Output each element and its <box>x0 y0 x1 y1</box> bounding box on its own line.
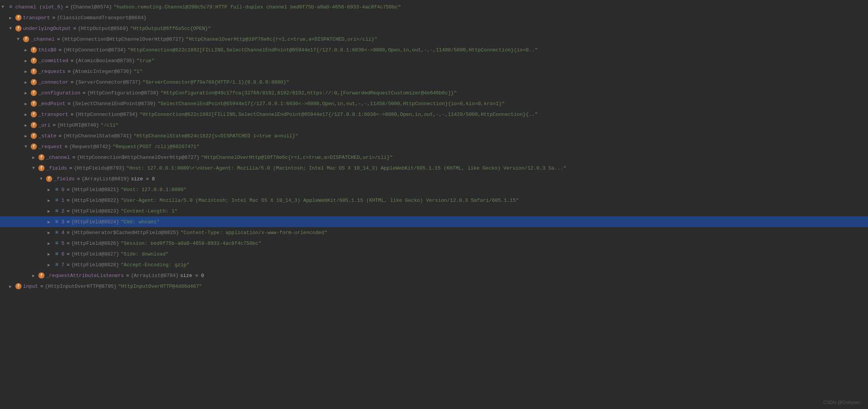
expand-arrow[interactable] <box>9 15 15 20</box>
row-item6[interactable]: 6 = {HttpField@8827} "Side: download" <box>0 249 868 259</box>
type-ref: {Channel@8574} <box>70 4 112 10</box>
equals-sign: = <box>52 15 55 21</box>
value-text: "Host: 127.0.0.1:8080" <box>120 187 186 193</box>
var-name: _fields <box>46 165 67 171</box>
value-text: "HttpChannelState@624c1822{s=DISPATCHED … <box>134 133 298 139</box>
expand-arrow[interactable] <box>25 48 31 53</box>
expand-arrow[interactable] <box>48 209 54 214</box>
type-ref: {HttpChannelState@8741} <box>63 133 132 139</box>
expand-arrow[interactable] <box>25 134 31 139</box>
row-fields[interactable]: f_fields = {HttpFields@8793} "Host: 127.… <box>0 163 868 173</box>
type-ref: {HttpField@8824} <box>71 219 119 225</box>
equals-sign: = <box>71 79 74 85</box>
value-text: size = 0 <box>180 273 204 279</box>
equals-sign: = <box>83 90 86 96</box>
expand-arrow[interactable] <box>48 241 54 246</box>
expand-arrow[interactable] <box>32 155 38 160</box>
field-icon: f <box>31 101 37 107</box>
row-channel-inner[interactable]: f_channel = {HttpConnection$HttpChannelO… <box>0 34 868 45</box>
row-item0[interactable]: 0 = {HttpField@8821} "Host: 127.0.0.1:80… <box>0 184 868 195</box>
row-requests[interactable]: f_requests = {AtomicInteger@8736} "1" <box>0 66 868 77</box>
row-item1[interactable]: 1 = {HttpField@8822} "User-Agent: Mozill… <box>0 195 868 206</box>
row-input[interactable]: finput = {HttpInputOverHTTP@8795} "HttpI… <box>0 281 868 292</box>
var-name: _requestAttributeListeners <box>46 273 124 279</box>
value-text: "Content-Type: application/x-www-form-ur… <box>180 230 327 236</box>
value-text: "User-Agent: Mozilla/5.0 (Macintosh; Int… <box>120 198 519 203</box>
row-channel[interactable]: channel (slot_6) = {Channel@8574} "hudso… <box>0 2 868 12</box>
equals-sign: = <box>126 273 129 279</box>
list-icon <box>8 4 14 10</box>
expand-arrow[interactable] <box>48 219 54 224</box>
value-text: "Accept-Encoding: gzip" <box>120 262 189 268</box>
type-ref: {HttpFields@8793} <box>74 165 125 171</box>
expand-arrow[interactable] <box>48 262 54 267</box>
type-ref: {ServerConnector@8737} <box>75 79 141 85</box>
row-fields-inner[interactable]: f_fields = {ArrayList@8819} size = 8 <box>0 173 868 184</box>
expand-arrow[interactable] <box>9 284 15 289</box>
expand-arrow[interactable] <box>25 144 31 149</box>
expand-arrow[interactable] <box>25 91 31 96</box>
expand-arrow[interactable] <box>2 5 8 9</box>
type-ref: {HttpConfiguration@8738} <box>87 90 159 96</box>
row-transport2[interactable]: f_transport = {HttpConnection@8734} "Htt… <box>0 109 868 120</box>
field-icon: f <box>31 79 37 85</box>
expand-arrow[interactable] <box>25 101 31 106</box>
expand-arrow[interactable] <box>25 112 31 117</box>
type-ref: {HttpField@8827} <box>71 251 119 257</box>
equals-sign: = <box>73 26 76 31</box>
row-item5[interactable]: 5 = {HttpField@8826} "Session: bed8f75b-… <box>0 238 868 249</box>
row-item7[interactable]: 7 = {HttpField@8828} "Accept-Encoding: g… <box>0 259 868 270</box>
row-request[interactable]: f_request = {Request@8742} "Request(POST… <box>0 141 868 152</box>
value-text: "ServerConnector@f79a760{HTTP/1.1}{0.0.0… <box>142 79 289 85</box>
row-item4[interactable]: 4 = {HttpGenerator$CachedHttpField@8825}… <box>0 227 868 238</box>
field-icon: f <box>31 90 37 96</box>
var-name: this$0 <box>38 47 56 53</box>
var-name: _fields <box>54 176 75 182</box>
expand-arrow[interactable] <box>40 176 46 181</box>
var-name: _channel <box>31 36 54 42</box>
expand-arrow[interactable] <box>25 69 31 74</box>
row-item3[interactable]: 3 = {HttpField@8824} "Cmd: whoami" <box>0 216 868 227</box>
type-ref: {AtomicBoolean@8735} <box>75 58 135 64</box>
equals-sign: = <box>59 133 62 139</box>
row-configuration[interactable]: f_configuration = {HttpConfiguration@873… <box>0 87 868 98</box>
expand-arrow[interactable] <box>48 187 54 192</box>
row-committed[interactable]: f_committed = {AtomicBoolean@8735} "true… <box>0 55 868 66</box>
watermark: CSDN @Gobysec <box>823 400 860 405</box>
var-name: _endPoint <box>38 101 65 107</box>
expand-arrow[interactable] <box>32 166 38 170</box>
list-icon <box>54 240 60 246</box>
row-transport[interactable]: ftransport = {ClassicCommandTransport@86… <box>0 12 868 23</box>
row-requestAttributeListeners[interactable]: f_requestAttributeListeners = {ArrayList… <box>0 270 868 281</box>
row-channel2[interactable]: f_channel = {HttpConnection$HttpChannelO… <box>0 152 868 163</box>
value-text: "HttpConnection@622c1892[FILLING,SelectC… <box>140 112 538 117</box>
equals-sign: = <box>72 155 75 160</box>
row-this0[interactable]: fthis$0 = {HttpConnection@8734} "HttpCon… <box>0 45 868 55</box>
equals-sign: = <box>59 47 62 53</box>
expand-arrow[interactable] <box>25 58 31 63</box>
type-ref: {HttpField@8821} <box>71 187 119 193</box>
expand-arrow[interactable] <box>25 123 31 128</box>
expand-arrow[interactable] <box>48 252 54 257</box>
var-name: 7 <box>61 262 64 268</box>
expand-arrow[interactable] <box>25 80 31 85</box>
type-ref: {Request@8742} <box>69 144 111 150</box>
expand-arrow[interactable] <box>32 273 38 278</box>
list-icon <box>54 197 60 203</box>
row-item2[interactable]: 2 = {HttpField@8823} "Content-Length: 1" <box>0 206 868 216</box>
row-uri[interactable]: f_uri = {HttpURI@8740} "/cli" <box>0 120 868 130</box>
row-state[interactable]: f_state = {HttpChannelState@8741} "HttpC… <box>0 130 868 141</box>
expand-arrow[interactable] <box>9 26 15 31</box>
row-endPoint[interactable]: f_endPoint = {SelectChannelEndPoint@8739… <box>0 98 868 109</box>
value-text: "Cmd: whoami" <box>120 219 159 225</box>
field-icon: f <box>31 68 37 74</box>
expand-arrow[interactable] <box>48 230 54 235</box>
type-ref: {HttpField@8826} <box>71 241 119 246</box>
var-name: _transport <box>38 112 68 117</box>
expand-arrow[interactable] <box>48 198 54 203</box>
list-icon <box>54 251 60 257</box>
var-name: _state <box>38 133 56 139</box>
row-underlyingOutput[interactable]: funderlyingOutput = {HttpOutput@8569} "H… <box>0 23 868 34</box>
row-connector[interactable]: f_connector = {ServerConnector@8737} "Se… <box>0 77 868 87</box>
expand-arrow[interactable] <box>17 37 23 41</box>
